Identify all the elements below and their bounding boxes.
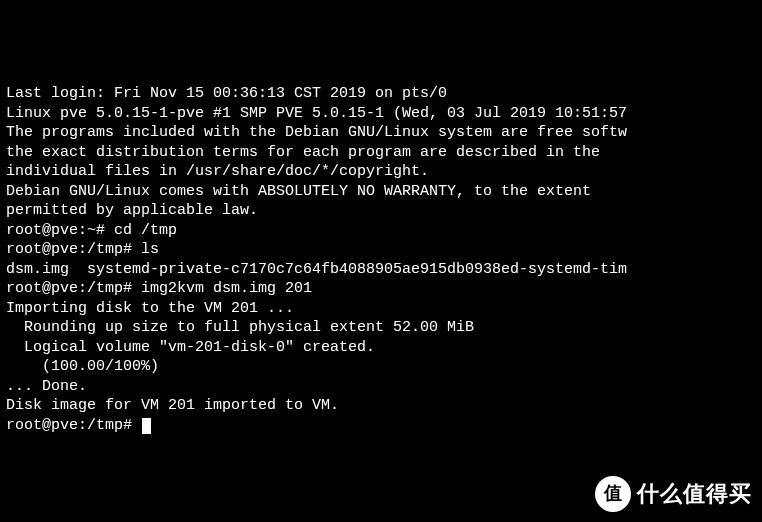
terminal-line: the exact distribution terms for each pr… [6, 143, 756, 163]
terminal-line: dsm.img systemd-private-c7170c7c64fb4088… [6, 260, 756, 280]
terminal-line: Last login: Fri Nov 15 00:36:13 CST 2019… [6, 84, 756, 104]
terminal-output[interactable]: Last login: Fri Nov 15 00:36:13 CST 2019… [6, 84, 756, 435]
terminal-line: Debian GNU/Linux comes with ABSOLUTELY N… [6, 182, 756, 202]
watermark-text: 什么值得买 [637, 480, 752, 509]
terminal-prompt: root@pve:/tmp# [6, 417, 141, 434]
watermark-badge-icon: 值 [595, 476, 631, 512]
terminal-line: permitted by applicable law. [6, 201, 756, 221]
terminal-line: Linux pve 5.0.15-1-pve #1 SMP PVE 5.0.15… [6, 104, 756, 124]
terminal-line: root@pve:~# cd /tmp [6, 221, 756, 241]
terminal-line: ... Done. [6, 377, 756, 397]
terminal-line: root@pve:/tmp# ls [6, 240, 756, 260]
terminal-line: root@pve:/tmp# img2kvm dsm.img 201 [6, 279, 756, 299]
terminal-line: Disk image for VM 201 imported to VM. [6, 396, 756, 416]
terminal-line: individual files in /usr/share/doc/*/cop… [6, 162, 756, 182]
terminal-line: Logical volume "vm-201-disk-0" created. [6, 338, 756, 358]
terminal-line: (100.00/100%) [6, 357, 756, 377]
watermark: 值 什么值得买 [595, 476, 752, 512]
terminal-line: Rounding up size to full physical extent… [6, 318, 756, 338]
terminal-line: Importing disk to the VM 201 ... [6, 299, 756, 319]
terminal-prompt-line[interactable]: root@pve:/tmp# [6, 416, 756, 436]
terminal-line: The programs included with the Debian GN… [6, 123, 756, 143]
cursor-icon [142, 418, 151, 434]
